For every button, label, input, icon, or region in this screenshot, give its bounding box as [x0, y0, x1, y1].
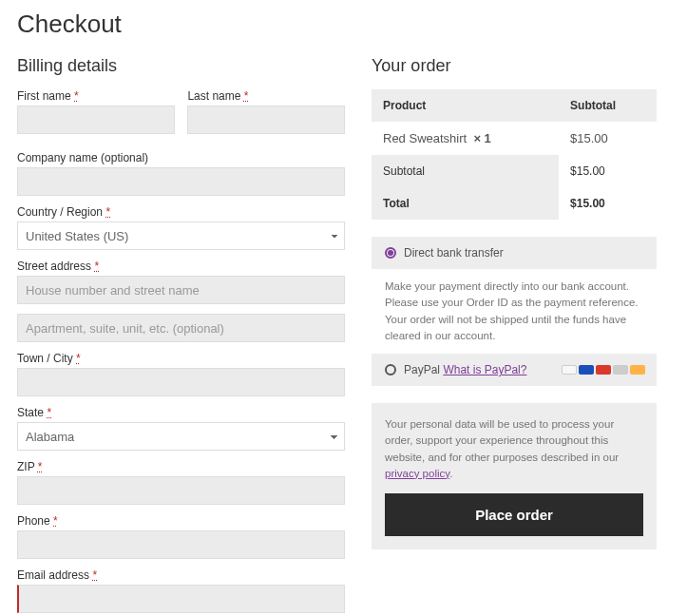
billing-details: Billing details First name * Last name *… — [17, 56, 345, 616]
item-price: $15.00 — [559, 122, 657, 155]
subtotal-value: $15.00 — [559, 155, 657, 187]
order-heading: Your order — [372, 56, 657, 76]
street-input-2[interactable] — [17, 314, 345, 342]
email-input[interactable] — [17, 585, 345, 613]
radio-unselected-icon — [385, 364, 396, 375]
card-icons — [562, 365, 645, 375]
table-row: Red Sweatshirt × 1 $15.00 — [372, 122, 657, 155]
street-input-1[interactable] — [17, 276, 345, 304]
email-label: Email address * — [17, 568, 345, 582]
col-product: Product — [372, 89, 559, 122]
payment-bank-description: Make your payment directly into our bank… — [372, 269, 657, 354]
billing-heading: Billing details — [17, 56, 345, 76]
first-name-input[interactable] — [17, 106, 175, 134]
phone-label: Phone * — [17, 514, 345, 528]
total-label: Total — [372, 187, 559, 220]
last-name-label: Last name * — [187, 89, 345, 103]
state-label: State * — [17, 406, 345, 419]
order-summary: Your order Product Subtotal Red Sweatshi… — [372, 56, 657, 549]
subtotal-label: Subtotal — [372, 155, 559, 187]
subtotal-row: Subtotal $15.00 — [372, 155, 657, 187]
payment-bank-row[interactable]: Direct bank transfer — [372, 237, 657, 269]
company-label: Company name (optional) — [17, 151, 345, 164]
discover-icon — [630, 365, 645, 375]
town-label: Town / City * — [17, 352, 345, 365]
paypal-icon — [562, 365, 577, 375]
zip-input[interactable] — [17, 476, 345, 505]
amex-icon — [613, 365, 628, 375]
order-table: Product Subtotal Red Sweatshirt × 1 $15.… — [372, 89, 657, 220]
zip-label: ZIP * — [17, 460, 345, 473]
privacy-text: Your personal data will be used to proce… — [385, 418, 619, 463]
last-name-input[interactable] — [187, 106, 345, 134]
table-header: Product Subtotal — [372, 89, 657, 122]
phone-input[interactable] — [17, 530, 345, 559]
visa-icon — [579, 365, 594, 375]
country-label: Country / Region * — [17, 205, 345, 219]
first-name-label: First name * — [17, 89, 175, 103]
company-input[interactable] — [17, 167, 345, 196]
street-label: Street address * — [17, 260, 345, 273]
payment-methods: Direct bank transfer Make your payment d… — [372, 237, 657, 386]
privacy-policy-link[interactable]: privacy policy — [385, 468, 449, 479]
total-row: Total $15.00 — [372, 187, 657, 220]
total-value: $15.00 — [559, 187, 657, 220]
state-select[interactable]: Alabama — [17, 422, 345, 451]
mastercard-icon — [596, 365, 611, 375]
country-select[interactable]: United States (US) — [17, 221, 345, 250]
payment-paypal-label: PayPal — [404, 363, 440, 376]
col-subtotal: Subtotal — [559, 89, 657, 122]
payment-paypal-row[interactable]: PayPal What is PayPal? — [372, 354, 657, 386]
paypal-help-link[interactable]: What is PayPal? — [443, 363, 526, 376]
page-title: Checkout — [17, 10, 670, 39]
privacy-box: Your personal data will be used to proce… — [372, 403, 657, 549]
town-input[interactable] — [17, 368, 345, 396]
payment-bank-label: Direct bank transfer — [404, 246, 504, 260]
radio-selected-icon — [385, 247, 396, 259]
place-order-button[interactable]: Place order — [385, 493, 643, 536]
item-cell: Red Sweatshirt × 1 — [372, 122, 559, 155]
